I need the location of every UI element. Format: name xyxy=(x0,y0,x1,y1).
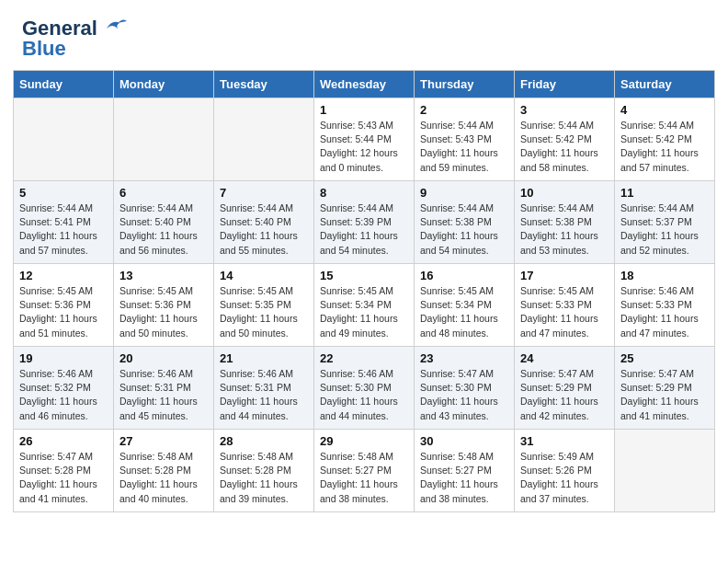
day-number: 15 xyxy=(320,269,408,282)
calendar-cell xyxy=(615,430,715,512)
calendar-cell: 22Sunrise: 5:46 AM Sunset: 5:30 PM Dayli… xyxy=(314,347,415,430)
calendar-cell: 6Sunrise: 5:44 AM Sunset: 5:40 PM Daylig… xyxy=(114,181,214,264)
day-number: 31 xyxy=(520,434,609,448)
day-number: 18 xyxy=(620,269,709,282)
day-number: 25 xyxy=(620,351,709,365)
calendar-cell: 17Sunrise: 5:45 AM Sunset: 5:33 PM Dayli… xyxy=(515,264,615,347)
calendar-cell: 24Sunrise: 5:47 AM Sunset: 5:29 PM Dayli… xyxy=(515,347,615,430)
day-number: 8 xyxy=(320,186,408,200)
calendar-cell: 19Sunrise: 5:46 AM Sunset: 5:32 PM Dayli… xyxy=(14,347,114,430)
calendar-cell: 25Sunrise: 5:47 AM Sunset: 5:29 PM Dayli… xyxy=(615,347,715,430)
col-header-thursday: Thursday xyxy=(415,71,515,98)
day-info: Sunrise: 5:48 AM Sunset: 5:27 PM Dayligh… xyxy=(320,450,408,506)
calendar-cell: 5Sunrise: 5:44 AM Sunset: 5:41 PM Daylig… xyxy=(14,181,114,264)
day-number: 28 xyxy=(220,434,308,448)
day-number: 4 xyxy=(620,103,709,117)
calendar-cell: 1Sunrise: 5:43 AM Sunset: 5:44 PM Daylig… xyxy=(314,98,415,181)
day-number: 29 xyxy=(320,434,408,448)
day-info: Sunrise: 5:44 AM Sunset: 5:42 PM Dayligh… xyxy=(520,119,609,175)
calendar-cell: 12Sunrise: 5:45 AM Sunset: 5:36 PM Dayli… xyxy=(14,264,114,347)
calendar-cell: 27Sunrise: 5:48 AM Sunset: 5:28 PM Dayli… xyxy=(114,430,214,512)
day-info: Sunrise: 5:48 AM Sunset: 5:27 PM Dayligh… xyxy=(420,450,508,506)
calendar-cell: 11Sunrise: 5:44 AM Sunset: 5:37 PM Dayli… xyxy=(615,181,715,264)
calendar-cell: 15Sunrise: 5:45 AM Sunset: 5:34 PM Dayli… xyxy=(314,264,415,347)
page-header: General Blue xyxy=(0,0,728,70)
day-number: 23 xyxy=(420,351,508,365)
day-number: 12 xyxy=(19,269,108,282)
day-info: Sunrise: 5:44 AM Sunset: 5:43 PM Dayligh… xyxy=(420,119,508,175)
week-row-5: 26Sunrise: 5:47 AM Sunset: 5:28 PM Dayli… xyxy=(14,430,715,512)
day-number: 7 xyxy=(220,186,308,200)
day-info: Sunrise: 5:45 AM Sunset: 5:34 PM Dayligh… xyxy=(420,284,508,340)
day-info: Sunrise: 5:45 AM Sunset: 5:36 PM Dayligh… xyxy=(19,284,108,340)
calendar-cell: 26Sunrise: 5:47 AM Sunset: 5:28 PM Dayli… xyxy=(14,430,114,512)
day-number: 11 xyxy=(620,186,709,200)
col-header-wednesday: Wednesday xyxy=(314,71,415,98)
day-info: Sunrise: 5:46 AM Sunset: 5:31 PM Dayligh… xyxy=(220,367,308,423)
day-info: Sunrise: 5:48 AM Sunset: 5:28 PM Dayligh… xyxy=(119,450,208,506)
day-number: 17 xyxy=(520,269,609,282)
day-number: 30 xyxy=(420,434,508,448)
day-info: Sunrise: 5:44 AM Sunset: 5:37 PM Dayligh… xyxy=(620,201,709,258)
day-info: Sunrise: 5:47 AM Sunset: 5:29 PM Dayligh… xyxy=(520,367,609,423)
header-row: SundayMondayTuesdayWednesdayThursdayFrid… xyxy=(14,71,715,98)
calendar-cell: 29Sunrise: 5:48 AM Sunset: 5:27 PM Dayli… xyxy=(314,430,415,512)
col-header-sunday: Sunday xyxy=(14,71,114,98)
calendar-cell: 10Sunrise: 5:44 AM Sunset: 5:38 PM Dayli… xyxy=(515,181,615,264)
day-number: 13 xyxy=(119,269,208,282)
day-info: Sunrise: 5:44 AM Sunset: 5:39 PM Dayligh… xyxy=(320,201,408,258)
day-info: Sunrise: 5:48 AM Sunset: 5:28 PM Dayligh… xyxy=(220,450,308,506)
day-number: 1 xyxy=(320,103,408,117)
day-number: 6 xyxy=(119,186,208,200)
day-number: 5 xyxy=(19,186,108,200)
day-number: 16 xyxy=(420,269,508,282)
day-number: 22 xyxy=(320,351,408,365)
day-info: Sunrise: 5:45 AM Sunset: 5:34 PM Dayligh… xyxy=(320,284,408,340)
week-row-2: 5Sunrise: 5:44 AM Sunset: 5:41 PM Daylig… xyxy=(14,181,715,264)
calendar-cell: 16Sunrise: 5:45 AM Sunset: 5:34 PM Dayli… xyxy=(415,264,515,347)
calendar-cell xyxy=(214,98,314,181)
col-header-saturday: Saturday xyxy=(615,71,715,98)
calendar-cell: 14Sunrise: 5:45 AM Sunset: 5:35 PM Dayli… xyxy=(214,264,314,347)
day-number: 2 xyxy=(420,103,508,117)
calendar-cell: 23Sunrise: 5:47 AM Sunset: 5:30 PM Dayli… xyxy=(415,347,515,430)
calendar-cell: 18Sunrise: 5:46 AM Sunset: 5:33 PM Dayli… xyxy=(615,264,715,347)
calendar-cell: 8Sunrise: 5:44 AM Sunset: 5:39 PM Daylig… xyxy=(314,181,415,264)
day-number: 3 xyxy=(520,103,609,117)
day-number: 14 xyxy=(220,269,308,282)
calendar-cell: 3Sunrise: 5:44 AM Sunset: 5:42 PM Daylig… xyxy=(515,98,615,181)
day-info: Sunrise: 5:47 AM Sunset: 5:30 PM Dayligh… xyxy=(420,367,508,423)
day-info: Sunrise: 5:44 AM Sunset: 5:41 PM Dayligh… xyxy=(19,201,108,258)
calendar-cell: 13Sunrise: 5:45 AM Sunset: 5:36 PM Dayli… xyxy=(114,264,214,347)
day-number: 26 xyxy=(19,434,108,448)
calendar-cell xyxy=(14,98,114,181)
day-info: Sunrise: 5:46 AM Sunset: 5:33 PM Dayligh… xyxy=(620,284,709,340)
day-info: Sunrise: 5:44 AM Sunset: 5:38 PM Dayligh… xyxy=(420,201,508,258)
day-number: 19 xyxy=(19,351,108,365)
day-number: 24 xyxy=(520,351,609,365)
day-info: Sunrise: 5:44 AM Sunset: 5:40 PM Dayligh… xyxy=(119,201,208,258)
calendar-cell: 31Sunrise: 5:49 AM Sunset: 5:26 PM Dayli… xyxy=(515,430,615,512)
week-row-4: 19Sunrise: 5:46 AM Sunset: 5:32 PM Dayli… xyxy=(14,347,715,430)
calendar-cell: 20Sunrise: 5:46 AM Sunset: 5:31 PM Dayli… xyxy=(114,347,214,430)
col-header-friday: Friday xyxy=(515,71,615,98)
day-number: 27 xyxy=(119,434,208,448)
day-number: 20 xyxy=(119,351,208,365)
logo: General Blue xyxy=(22,17,127,61)
col-header-tuesday: Tuesday xyxy=(214,71,314,98)
calendar-cell: 7Sunrise: 5:44 AM Sunset: 5:40 PM Daylig… xyxy=(214,181,314,264)
day-info: Sunrise: 5:47 AM Sunset: 5:28 PM Dayligh… xyxy=(19,450,108,506)
logo-blue: Blue xyxy=(22,37,66,61)
logo-bird-icon xyxy=(99,17,127,38)
col-header-monday: Monday xyxy=(114,71,214,98)
calendar-cell: 9Sunrise: 5:44 AM Sunset: 5:38 PM Daylig… xyxy=(415,181,515,264)
calendar-cell: 4Sunrise: 5:44 AM Sunset: 5:42 PM Daylig… xyxy=(615,98,715,181)
calendar-cell: 30Sunrise: 5:48 AM Sunset: 5:27 PM Dayli… xyxy=(415,430,515,512)
calendar-cell: 21Sunrise: 5:46 AM Sunset: 5:31 PM Dayli… xyxy=(214,347,314,430)
day-info: Sunrise: 5:46 AM Sunset: 5:32 PM Dayligh… xyxy=(19,367,108,423)
day-info: Sunrise: 5:44 AM Sunset: 5:40 PM Dayligh… xyxy=(220,201,308,258)
day-info: Sunrise: 5:49 AM Sunset: 5:26 PM Dayligh… xyxy=(520,450,609,506)
day-info: Sunrise: 5:44 AM Sunset: 5:38 PM Dayligh… xyxy=(520,201,609,258)
day-info: Sunrise: 5:47 AM Sunset: 5:29 PM Dayligh… xyxy=(620,367,709,423)
day-info: Sunrise: 5:46 AM Sunset: 5:31 PM Dayligh… xyxy=(119,367,208,423)
